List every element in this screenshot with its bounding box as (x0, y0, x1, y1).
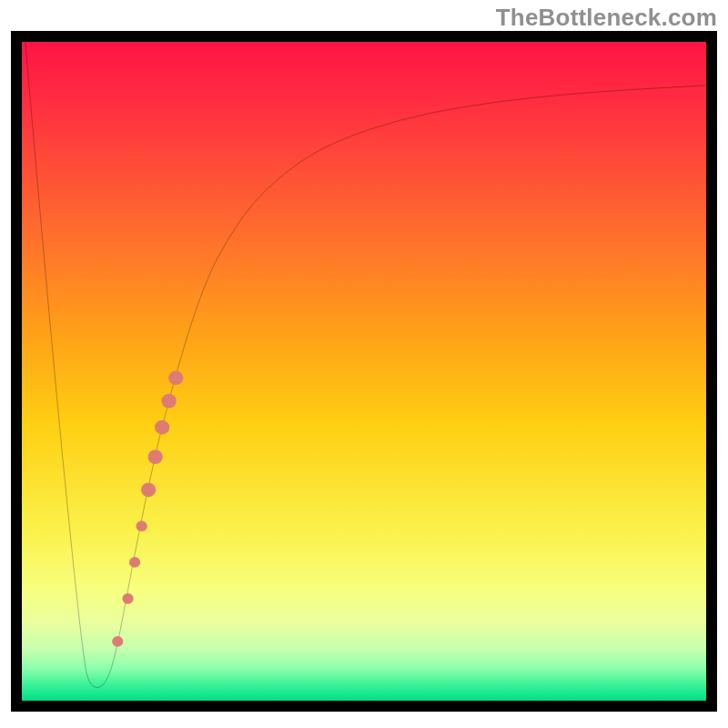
chart-frame (11, 31, 717, 712)
salmon-dot (136, 521, 147, 531)
salmon-dot (129, 557, 140, 568)
salmon-dot (141, 482, 156, 497)
salmon-dot (112, 636, 123, 647)
salmon-dot-group (112, 370, 183, 646)
chart-overlay (22, 42, 706, 701)
salmon-dot (162, 394, 177, 409)
salmon-dot (168, 370, 183, 385)
salmon-dot (122, 593, 133, 604)
salmon-dot (147, 450, 162, 464)
watermark-text: TheBottleneck.com (496, 4, 717, 32)
chart-stage: TheBottleneck.com (0, 0, 728, 728)
bottleneck-curve (25, 42, 706, 688)
salmon-dot (155, 420, 169, 435)
